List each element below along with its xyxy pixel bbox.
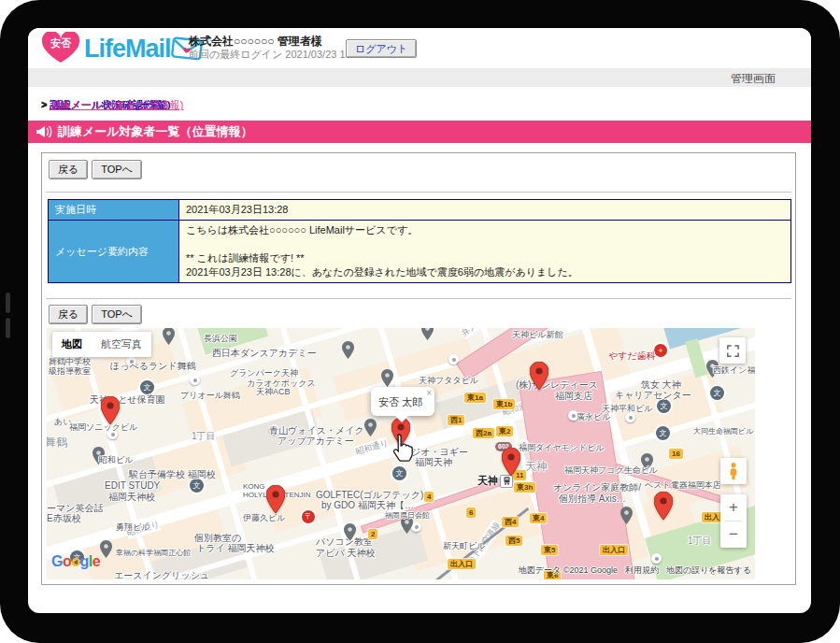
school-icon: 文 bbox=[656, 426, 670, 440]
report-error-link[interactable]: 地図の誤りを報告する bbox=[666, 564, 751, 577]
logout-button[interactable]: ログアウト bbox=[346, 39, 417, 58]
table-row: 実施日時 2021年03月23日13:28 bbox=[49, 200, 791, 221]
map-label: プリオール舞鶴 bbox=[180, 390, 240, 402]
map-label: キャリアセンター bbox=[615, 389, 691, 402]
hand-cursor-icon bbox=[389, 433, 415, 466]
map-type-map-button[interactable]: 地図 bbox=[52, 332, 92, 357]
map-label: 勇翔ビル bbox=[116, 522, 149, 534]
breadcrumb-link[interactable]: 訓練メール 対象者(位置情報) bbox=[50, 99, 183, 110]
row-value-message: こちらは株式会社○○○○○○ LifeMailサービスです。 ** これは訓練情… bbox=[179, 221, 791, 283]
table-row: メッセージ要約内容 こちらは株式会社○○○○○○ LifeMailサービスです。… bbox=[49, 221, 791, 283]
school-icon: 文 bbox=[140, 380, 154, 394]
person-location-marker[interactable] bbox=[266, 485, 285, 513]
gray-pin-icon bbox=[620, 507, 633, 524]
exit-badge: 西2a bbox=[473, 428, 494, 438]
back-button[interactable]: 戻る bbox=[49, 160, 88, 179]
poi-dot-icon bbox=[651, 553, 662, 564]
gray-pin-icon bbox=[364, 419, 377, 436]
header: 安否 LifeMail ® 株式会社○○○○○○ 管理者様 前回の最終ログイン … bbox=[28, 28, 811, 68]
exit-badge: 西5 bbox=[505, 536, 522, 546]
device-button bbox=[6, 318, 10, 338]
person-location-marker[interactable] bbox=[530, 362, 548, 390]
station-label: 天神 bbox=[477, 474, 513, 488]
map-label: ほっぺるランド舞鶴 bbox=[110, 360, 196, 373]
pegman-button[interactable] bbox=[720, 458, 747, 484]
map-label: 福岡ダイヤモンドビル bbox=[519, 442, 605, 454]
map-label: 福岡天神 bbox=[415, 456, 452, 469]
exit-badge: 出入口 bbox=[448, 559, 476, 569]
map-label: 長浜公園 bbox=[204, 333, 237, 345]
google-logo[interactable]: Google bbox=[51, 553, 100, 570]
info-window: 安否 太郎 × bbox=[371, 387, 434, 416]
fullscreen-button[interactable] bbox=[719, 337, 746, 364]
exit-badge: 東1b bbox=[493, 399, 515, 409]
red-poi-icon: ＋ bbox=[654, 344, 667, 357]
exit-badge: 東1a bbox=[464, 393, 486, 403]
person-name: 安否 太郎 bbox=[378, 395, 422, 409]
fullscreen-icon bbox=[726, 344, 740, 358]
terms-link[interactable]: 利用規約 bbox=[625, 564, 659, 577]
map-data-credit: 地図データ ©2021 Google bbox=[519, 564, 618, 577]
map-label: E赤坂校 bbox=[47, 512, 81, 525]
megaphone-icon bbox=[36, 125, 52, 138]
last-login: 前回の最終ログイン 2021/03/23 15:06 bbox=[189, 48, 365, 61]
poi-dot-icon bbox=[448, 354, 459, 364]
gray-pin-icon bbox=[163, 328, 175, 345]
map-label: 天神ビル新館 bbox=[512, 329, 562, 341]
person-location-marker[interactable] bbox=[654, 492, 673, 520]
logo-badge-text: 安否 bbox=[50, 37, 72, 49]
lifemail-admin-page: 安否 LifeMail ® 株式会社○○○○○○ 管理者様 前回の最終ログイン … bbox=[28, 28, 811, 613]
gray-pin-icon bbox=[342, 341, 354, 359]
map-attribution: 地図データ ©2021 Google 利用規約 地図の誤りを報告する bbox=[519, 564, 751, 577]
exit-badge: 西1 bbox=[448, 415, 464, 425]
close-icon[interactable]: × bbox=[426, 388, 432, 398]
map-label: 大同生命福岡ビル bbox=[693, 426, 753, 436]
exit-badge: 6 bbox=[466, 507, 476, 518]
map-label: 級指導教室 bbox=[49, 365, 91, 378]
exit-badge: 出入口 bbox=[600, 545, 628, 555]
exit-badge: 東4 bbox=[530, 513, 547, 523]
person-location-marker[interactable] bbox=[101, 396, 120, 424]
zoom-in-button[interactable]: + bbox=[720, 494, 747, 521]
back-button[interactable]: 戻る bbox=[49, 305, 88, 324]
page-title-bar: 訓練メール対象者一覧（位置情報） bbox=[28, 121, 811, 143]
top-button[interactable]: TOPへ bbox=[92, 160, 142, 179]
top-button[interactable]: TOPへ bbox=[92, 305, 142, 324]
red-poi-icon: 〒 bbox=[302, 510, 315, 523]
toolbar-top: 戻る TOPへ bbox=[49, 160, 142, 179]
company-name: 株式会社○○○○○○ 管理者様 bbox=[189, 35, 365, 48]
gray-pin-icon bbox=[100, 540, 112, 558]
map-label: ベスト電器福岡本店 bbox=[645, 479, 721, 492]
map-label: 舞鶴 bbox=[47, 435, 67, 450]
heart-logo-icon: 安否 bbox=[39, 32, 82, 65]
device-button bbox=[6, 293, 10, 313]
row-value-date: 2021年03月23日13:28 bbox=[179, 200, 791, 221]
map-label: 昭和ビル bbox=[99, 454, 133, 466]
person-location-marker[interactable] bbox=[502, 448, 520, 476]
location-map[interactable]: 長浜公園西日本ダンスアカデミー舞鶴中学校級指導教室ほっぺるランド舞鶴グランパーク… bbox=[47, 328, 755, 579]
map-label: EDIT STUDY bbox=[105, 480, 160, 491]
map-label: 福岡県日会館 bbox=[385, 510, 430, 521]
row-header-date: 実施日時 bbox=[49, 200, 179, 221]
exit-badge: 16 bbox=[669, 449, 683, 459]
user-info: 株式会社○○○○○○ 管理者様 前回の最終ログイン 2021/03/23 15:… bbox=[189, 35, 365, 61]
gray-pin-icon bbox=[421, 328, 434, 340]
poi-dot-icon bbox=[190, 375, 200, 385]
exit-badge: 東2 bbox=[496, 426, 513, 436]
summary-table: 実施日時 2021年03月23日13:28 メッセージ要約内容 こちらは株式会社… bbox=[48, 199, 791, 283]
exit-badge: 2 bbox=[368, 529, 377, 539]
admin-screen-bar: 管理画面 bbox=[28, 68, 811, 87]
toolbar-bottom: 戻る TOPへ bbox=[49, 305, 142, 324]
map-label: 福岡天神フコク生命ビル bbox=[564, 464, 658, 477]
map-label: 幸福の科学福岡正心館 bbox=[116, 548, 191, 558]
map-label: 天神フタタビル bbox=[419, 375, 478, 387]
map-label: KONG bbox=[243, 482, 265, 491]
exit-badge: 東3h bbox=[514, 482, 535, 493]
map-label: 天神 bbox=[525, 459, 548, 475]
exit-badge: 西4 bbox=[502, 517, 519, 527]
map-label: 福岡天神校 bbox=[108, 491, 155, 504]
zoom-out-button[interactable]: − bbox=[720, 522, 747, 548]
map-label: 1丁目 bbox=[688, 535, 712, 548]
map-type-satellite-button[interactable]: 航空写真 bbox=[92, 332, 151, 357]
map-label: 1丁目 bbox=[192, 430, 216, 443]
